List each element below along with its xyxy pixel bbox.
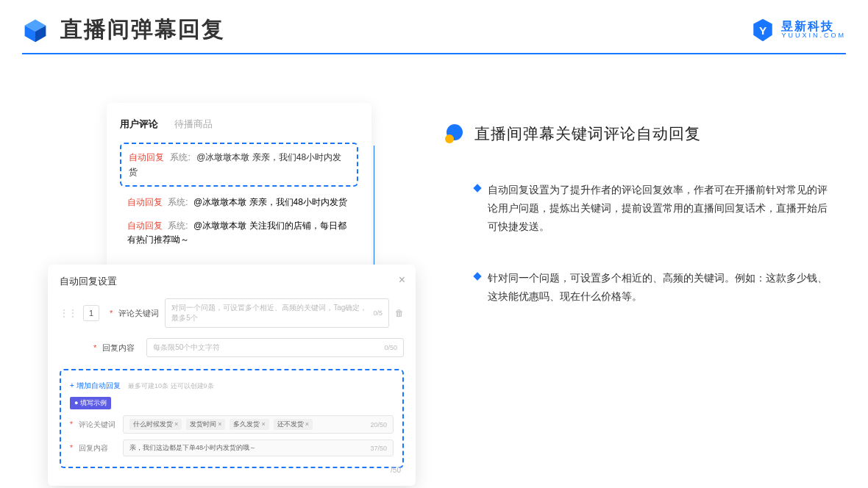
example-badge: ● 填写示例	[70, 397, 111, 409]
example-label: 评论关键词	[79, 420, 117, 430]
diamond-icon	[473, 272, 481, 280]
tag-chip[interactable]: 什么时候发货	[129, 419, 182, 430]
counter: 37/50	[370, 445, 387, 452]
bullet-text: 针对同一个问题，可设置多个相近的、高频的关键词。例如：这款多少钱、这块能优惠吗、…	[488, 269, 828, 306]
auto-reply-tag: 自动回复	[129, 152, 164, 162]
page-header: 直播间弹幕回复 Y 昱新科技 YUUXIN.COM	[22, 15, 846, 45]
counter: 20/50	[370, 421, 387, 428]
keyword-input[interactable]: 对同一个问题，可设置多个相近、高频的关键词，Tag确定，最多5个 0/5	[165, 298, 389, 328]
right-content: 直播间弹幕关键词评论自动回复 自动回复设置为了提升作者的评论回复效率，作者可在开…	[445, 123, 828, 338]
settings-modal: 自动回复设置 × ⋮⋮ 1 * 评论关键词 对同一个问题，可设置多个相近、高频的…	[48, 265, 416, 486]
tag-chip[interactable]: 还不发货	[274, 419, 313, 430]
field-label-keyword: 评论关键词	[118, 308, 159, 319]
system-tag: 系统:	[170, 152, 190, 162]
chat-bubble-icon	[445, 124, 464, 143]
svg-text:Y: Y	[759, 24, 766, 36]
content-row: * 回复内容 每条限50个中文字符 0/50	[89, 338, 404, 357]
add-hint: 最多可建10条 还可以创建9条	[128, 382, 214, 390]
drag-handle-icon[interactable]: ⋮⋮	[60, 308, 77, 318]
example-keyword-row: * 评论关键词 什么时候发货 发货时间 多久发货 还不发货 20/50	[70, 415, 394, 434]
required-star: *	[93, 343, 96, 352]
tag-chip[interactable]: 多久发货	[230, 419, 268, 430]
brand-block: Y 昱新科技 YUUXIN.COM	[750, 18, 846, 43]
rule-number: 1	[83, 305, 99, 321]
comment-card: 用户评论 待播商品 自动回复 系统: @冰墩墩本墩 亲亲，我们48小时内发货 自…	[107, 103, 371, 269]
example-content-row: * 回复内容 亲，我们这边都是下单48小时内发货的哦～ 37/50	[70, 439, 394, 456]
close-icon[interactable]: ×	[399, 273, 405, 287]
keyword-row: ⋮⋮ 1 * 评论关键词 对同一个问题，可设置多个相近、高频的关键词，Tag确定…	[60, 298, 404, 328]
tabs: 用户评论 待播商品	[120, 118, 358, 131]
section-title: 直播间弹幕关键词评论自动回复	[474, 123, 701, 144]
page-title: 直播间弹幕回复	[60, 15, 225, 45]
tab-user-comments[interactable]: 用户评论	[120, 118, 158, 131]
comment-row: 自动回复 系统: @冰墩墩本墩 关注我们的店铺，每日都有热门推荐呦～	[120, 219, 358, 247]
add-auto-reply-link[interactable]: + 增加自动回复	[70, 381, 121, 390]
settings-title: 自动回复设置	[60, 275, 404, 288]
comment-row: 自动回复 系统: @冰墩墩本墩 亲亲，我们48小时内发货	[120, 195, 358, 209]
brand-logo-icon: Y	[750, 18, 775, 43]
example-label: 回复内容	[79, 443, 117, 453]
comment-text: @冰墩墩本墩 亲亲，我们48小时内发货	[193, 197, 347, 207]
diamond-icon	[473, 184, 481, 192]
bullet-item: 针对同一个问题，可设置多个相近的、高频的关键词。例如：这款多少钱、这块能优惠吗、…	[474, 269, 828, 306]
field-label-content: 回复内容	[102, 342, 140, 354]
counter: 0/5	[373, 309, 383, 317]
brand-url: YUUXIN.COM	[781, 32, 846, 40]
header-divider	[22, 53, 846, 54]
example-keyword-input[interactable]: 什么时候发货 发货时间 多久发货 还不发货 20/50	[123, 415, 394, 434]
bullet-text: 自动回复设置为了提升作者的评论回复效率，作者可在开播前针对常见的评论用户问题，提…	[488, 181, 828, 237]
bullet-item: 自动回复设置为了提升作者的评论回复效率，作者可在开播前针对常见的评论用户问题，提…	[474, 181, 828, 237]
tab-pending-goods[interactable]: 待播商品	[174, 118, 213, 131]
below-counter: /50	[391, 466, 401, 474]
example-box: + 增加自动回复 最多可建10条 还可以创建9条 ● 填写示例 * 评论关键词 …	[60, 369, 404, 468]
content-input[interactable]: 每条限50个中文字符 0/50	[146, 338, 404, 357]
tag-chip[interactable]: 发货时间	[186, 419, 225, 430]
counter: 0/50	[384, 344, 397, 351]
delete-icon[interactable]: 🗑	[395, 308, 404, 318]
cube-icon	[22, 17, 49, 43]
required-star: *	[110, 309, 113, 317]
brand-name: 昱新科技	[781, 20, 846, 33]
highlighted-comment: 自动回复 系统: @冰墩墩本墩 亲亲，我们48小时内发货	[120, 143, 358, 187]
example-content-input[interactable]: 亲，我们这边都是下单48小时内发货的哦～ 37/50	[123, 439, 394, 456]
